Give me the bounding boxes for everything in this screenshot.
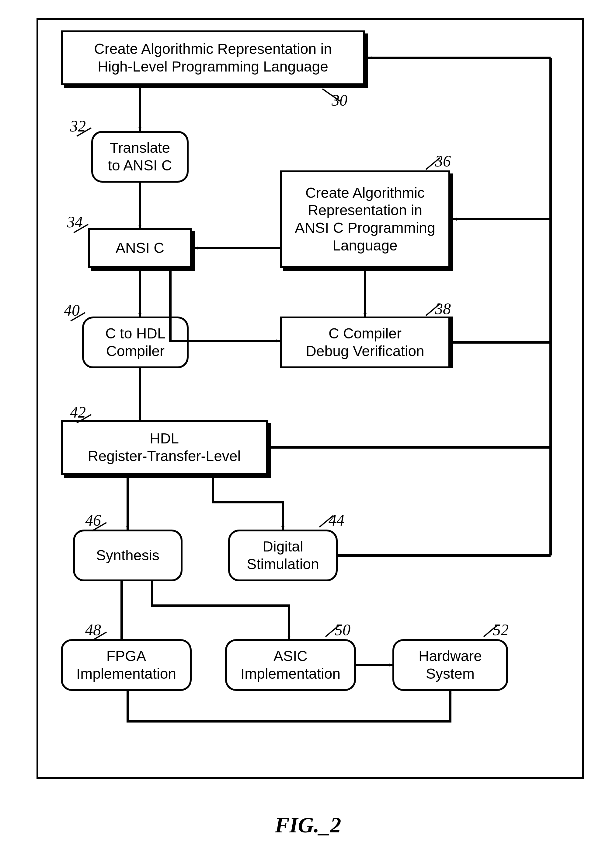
diagram-canvas: Create Algorithmic Representation inHigh… [0,0,616,861]
ref-44: 44 [328,511,344,529]
node-hardware-system: HardwareSystem [393,639,508,691]
node-text: FPGAImplementation [76,647,176,682]
node-text: C to HDLCompiler [105,325,165,360]
node-create-ansi-c: Create AlgorithmicRepresentation inANSI … [280,170,450,268]
node-translate-ansi-c: Translateto ANSI C [91,131,189,183]
ref-50: 50 [335,621,350,639]
node-text: ANSI C [116,239,164,257]
ref-52: 52 [493,621,509,639]
ref-36: 36 [435,152,451,170]
node-text: Translateto ANSI C [108,139,172,174]
node-text: HardwareSystem [419,647,482,682]
node-text: Synthesis [96,546,159,564]
ref-38: 38 [435,300,451,318]
node-text: Create Algorithmic Representation inHigh… [94,40,332,75]
node-text: DigitalStimulation [247,538,319,573]
node-text: C CompilerDebug Verification [306,325,424,360]
node-text: HDLRegister-Transfer-Level [88,430,240,465]
node-create-high-level: Create Algorithmic Representation inHigh… [61,30,365,85]
node-digital-stimulation: DigitalStimulation [228,530,338,581]
node-synthesis: Synthesis [73,530,182,581]
node-fpga-impl: FPGAImplementation [61,639,192,691]
figure-caption: FIG._2 [0,812,616,838]
node-ansi-c: ANSI C [88,228,192,268]
node-c-compiler-debug: C CompilerDebug Verification [280,316,450,368]
node-c-to-hdl: C to HDLCompiler [82,316,189,368]
node-text: ASICImplementation [240,647,340,682]
node-hdl-rtl: HDLRegister-Transfer-Level [61,420,268,475]
node-asic-impl: ASICImplementation [225,639,356,691]
node-text: Create AlgorithmicRepresentation inANSI … [295,184,435,254]
